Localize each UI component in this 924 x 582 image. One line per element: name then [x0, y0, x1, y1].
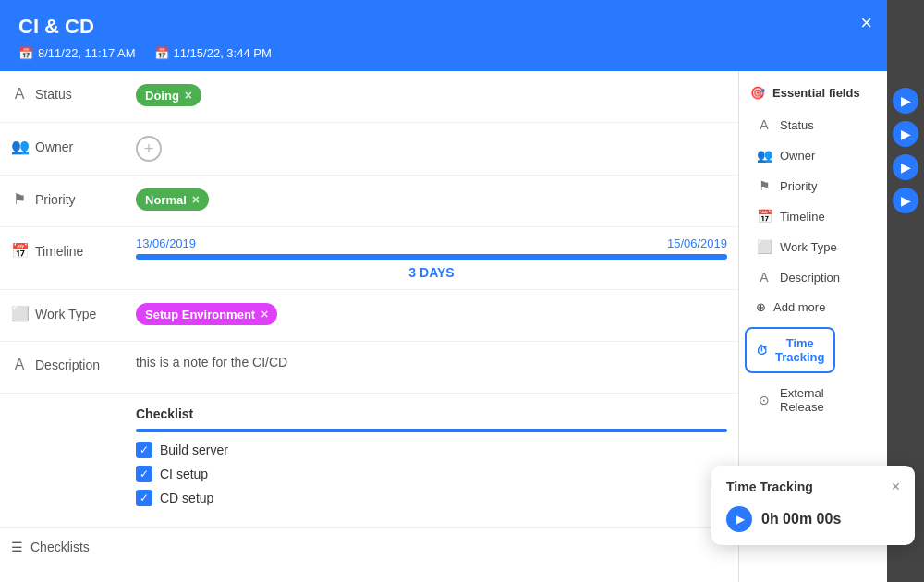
date-modified-value: 11/15/22, 3:44 PM	[174, 46, 272, 60]
popup-close-button[interactable]: ×	[892, 479, 900, 495]
sidebar-priority-icon: ⚑	[756, 178, 772, 193]
sidebar-work-type-icon: ⬜	[756, 239, 772, 254]
work-type-badge-remove[interactable]: ×	[261, 307, 268, 321]
work-type-value[interactable]: Setup Environment ×	[125, 290, 738, 338]
external-release-label: ExternalRelease	[780, 386, 824, 414]
edge-button-4[interactable]: ▶	[893, 188, 918, 213]
checklist-field-row: Checklist ✓ Build server ✓	[0, 394, 738, 527]
popup-header: Time Tracking ×	[726, 479, 900, 495]
status-icon: A	[11, 86, 28, 103]
modal-date-modified: 📅 11/15/22, 3:44 PM	[154, 46, 272, 60]
timeline-end-date: 15/06/2019	[667, 236, 727, 250]
sidebar-item-status[interactable]: A Status	[745, 110, 881, 139]
timeline-label: 📅 Timeline	[0, 227, 125, 274]
status-badge-remove[interactable]: ×	[185, 88, 192, 103]
description-icon: A	[11, 357, 28, 373]
priority-label: ⚑ Priority	[0, 176, 125, 223]
sidebar-item-owner[interactable]: 👥 Owner	[745, 140, 881, 170]
owner-field-row: 👥 Owner +	[0, 123, 738, 176]
checklist-item-1-text: Build server	[160, 443, 228, 457]
sidebar-owner-icon: 👥	[756, 148, 772, 163]
checkmark-3: ✓	[140, 491, 149, 504]
checklists-icon: ☰	[11, 540, 23, 554]
timeline-field-row: 📅 Timeline 13/06/2019 15/06/2019 3 DAYS	[0, 227, 738, 290]
popup-title: Time Tracking	[726, 479, 813, 494]
modal-header: CI & CD 📅 8/11/22, 11:17 AM 📅 11/15/22, …	[0, 0, 887, 71]
checklist-item-1[interactable]: ✓ Build server	[136, 442, 727, 458]
timeline-bar-container	[136, 254, 727, 260]
timer-display: 0h 00m 00s	[761, 511, 841, 527]
sidebar-item-external-release[interactable]: ⊙ ExternalRelease	[745, 379, 881, 421]
timeline-days: 3 DAYS	[136, 265, 727, 280]
checkmark-1: ✓	[140, 443, 149, 456]
status-value[interactable]: Doing ×	[125, 71, 738, 119]
work-type-icon: ⬜	[11, 305, 28, 322]
sidebar-timeline-label: Timeline	[780, 210, 825, 224]
essential-fields-header: 🎯 Essential fields	[739, 79, 887, 109]
sidebar-item-work-type[interactable]: ⬜ Work Type	[745, 232, 881, 261]
add-more-button[interactable]: ⊕ Add more	[745, 293, 881, 321]
checkmark-2: ✓	[140, 467, 149, 480]
checklist-item-2-text: CI setup	[160, 467, 208, 481]
status-badge[interactable]: Doing ×	[136, 84, 201, 106]
essential-fields-label: Essential fields	[772, 86, 860, 100]
priority-badge[interactable]: Normal ×	[136, 188, 209, 211]
edge-button-2[interactable]: ▶	[893, 121, 918, 147]
priority-value[interactable]: Normal ×	[125, 176, 738, 224]
checklists-label: Checklists	[30, 540, 90, 554]
description-text: this is a note for the CI/CD	[136, 355, 287, 370]
checklist-checkbox-3[interactable]: ✓	[136, 490, 152, 506]
modal-title: CI & CD	[18, 15, 869, 39]
description-label: A Description	[0, 342, 125, 388]
add-more-label: Add more	[773, 300, 825, 314]
external-release-icon: ⊙	[756, 393, 772, 407]
edge-arrow-3: ▶	[901, 160, 911, 175]
edge-button-3[interactable]: ▶	[893, 154, 918, 180]
sidebar-owner-label: Owner	[780, 149, 815, 163]
checklists-row[interactable]: ☰ Checklists	[0, 527, 738, 565]
modal-close-button[interactable]: ×	[860, 13, 872, 33]
checklist-progress-bar	[136, 429, 727, 432]
time-tracking-button[interactable]: ⏱ TimeTracking	[745, 327, 835, 373]
popup-timer: ▶ 0h 00m 00s	[726, 506, 900, 532]
edge-arrow-1: ▶	[901, 93, 911, 108]
edge-arrow-4: ▶	[901, 193, 911, 208]
status-field-row: A Status Doing ×	[0, 71, 738, 123]
calendar-icon-created: 📅	[18, 46, 33, 60]
essential-fields-icon: 🎯	[750, 86, 765, 100]
priority-badge-remove[interactable]: ×	[192, 192, 200, 207]
main-content: A Status Doing × 👥 Owner	[0, 71, 739, 582]
time-tracking-popup: Time Tracking × ▶ 0h 00m 00s	[711, 466, 915, 545]
time-tracking-btn-icon: ⏱	[756, 344, 768, 358]
work-type-label: ⬜ Work Type	[0, 290, 125, 337]
checklist-title: Checklist	[136, 406, 727, 421]
timeline-container[interactable]: 13/06/2019 15/06/2019 3 DAYS	[125, 227, 738, 289]
add-owner-button[interactable]: +	[136, 136, 162, 162]
sidebar-item-description[interactable]: A Description	[745, 262, 881, 292]
owner-label: 👥 Owner	[0, 123, 125, 170]
checklist-section: Checklist ✓ Build server ✓	[125, 394, 738, 527]
timeline-bar	[136, 254, 727, 260]
checklist-item-2[interactable]: ✓ CI setup	[136, 466, 727, 482]
work-type-field-row: ⬜ Work Type Setup Environment ×	[0, 290, 738, 342]
edge-button-1[interactable]: ▶	[893, 88, 918, 114]
sidebar-status-icon: A	[756, 117, 772, 132]
sidebar-timeline-icon: 📅	[756, 209, 772, 224]
checklist-item-3[interactable]: ✓ CD setup	[136, 490, 727, 506]
sidebar-work-type-label: Work Type	[780, 240, 837, 254]
modal-overlay: CI & CD 📅 8/11/22, 11:17 AM 📅 11/15/22, …	[0, 0, 924, 582]
time-tracking-btn-label: TimeTracking	[775, 336, 824, 364]
date-created-value: 8/11/22, 11:17 AM	[38, 46, 136, 60]
description-value[interactable]: this is a note for the CI/CD	[125, 342, 738, 382]
modal-dates: 📅 8/11/22, 11:17 AM 📅 11/15/22, 3:44 PM	[18, 46, 869, 60]
work-type-badge[interactable]: Setup Environment ×	[136, 303, 277, 325]
sidebar-item-priority[interactable]: ⚑ Priority	[745, 171, 881, 200]
checklist-checkbox-2[interactable]: ✓	[136, 466, 152, 482]
sidebar-item-timeline[interactable]: 📅 Timeline	[745, 201, 881, 231]
play-button[interactable]: ▶	[726, 506, 752, 532]
checklist-item-3-text: CD setup	[160, 491, 213, 505]
checklist-checkbox-1[interactable]: ✓	[136, 442, 152, 458]
priority-field-row: ⚑ Priority Normal ×	[0, 176, 738, 227]
timeline-start-date: 13/06/2019	[136, 236, 196, 250]
sidebar-description-icon: A	[756, 270, 772, 285]
